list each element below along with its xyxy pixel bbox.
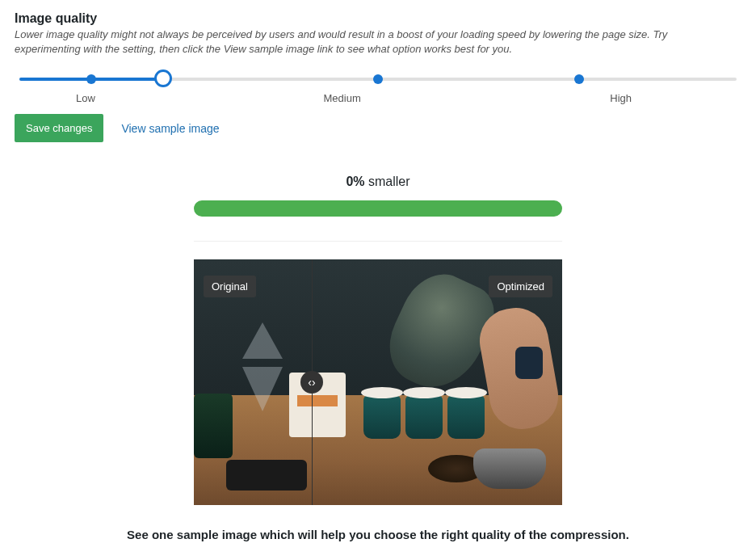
- smaller-percent: 0%: [346, 175, 364, 188]
- quality-slider[interactable]: Low Medium High: [19, 78, 737, 104]
- slider-mark-low: [86, 74, 96, 84]
- view-sample-link[interactable]: View sample image: [121, 122, 219, 135]
- slider-handle[interactable]: [154, 69, 172, 87]
- result-bar: [194, 200, 562, 217]
- slider-label-low: Low: [19, 92, 220, 104]
- compare-section: 0% smaller Original Optimized ‹›: [194, 175, 562, 505]
- split-handle-icon: ‹›: [308, 376, 315, 389]
- footer-text: See one sample image which will help you…: [15, 528, 741, 541]
- save-button[interactable]: Save changes: [15, 114, 103, 142]
- slider-label-medium: Medium: [224, 92, 460, 104]
- smaller-suffix: smaller: [365, 175, 410, 188]
- slider-labels: Low Medium High: [19, 92, 737, 104]
- slider-mark-high: [574, 74, 584, 84]
- actions-row: Save changes View sample image: [15, 114, 741, 142]
- split-handle[interactable]: ‹›: [300, 371, 323, 394]
- slider-track: [19, 78, 737, 81]
- image-compare[interactable]: Original Optimized ‹›: [194, 259, 562, 505]
- divider: [194, 241, 562, 242]
- slider-label-high: High: [464, 92, 737, 104]
- optimized-badge: Optimized: [489, 276, 552, 297]
- section-title: Image quality: [15, 11, 741, 26]
- slider-mark-medium: [373, 74, 383, 84]
- original-badge: Original: [204, 276, 256, 297]
- section-description: Lower image quality might not always be …: [15, 27, 725, 57]
- smaller-text: 0% smaller: [194, 175, 562, 189]
